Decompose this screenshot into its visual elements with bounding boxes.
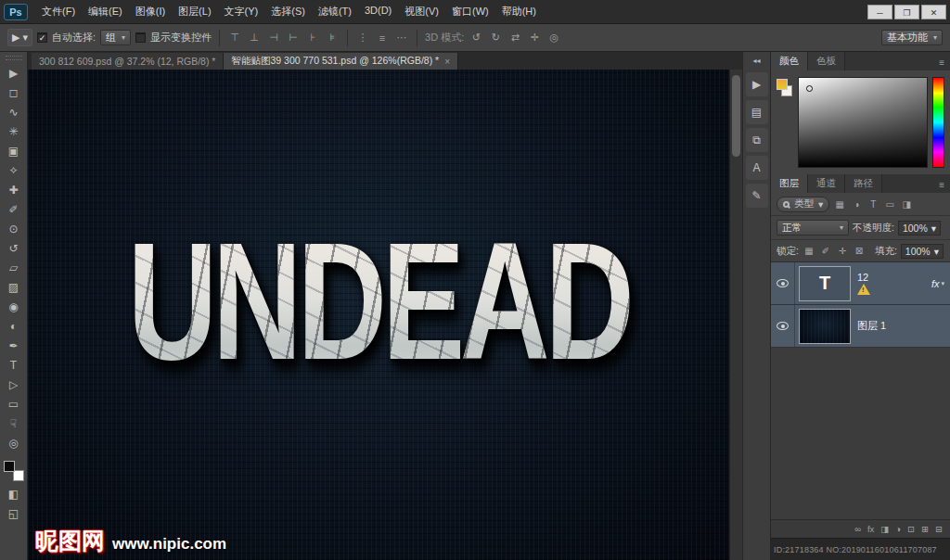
foreground-color-swatch[interactable] [4, 461, 15, 472]
tab-color[interactable]: 颜色 [771, 52, 808, 70]
menu-help[interactable]: 帮助(H) [495, 1, 543, 22]
lasso-tool[interactable]: ∿ [3, 103, 25, 122]
align-left-icon[interactable]: ⊤ [227, 32, 242, 44]
quick-selection-tool[interactable]: ✳ [3, 122, 25, 142]
menu-image[interactable]: 图像(I) [129, 1, 172, 22]
close-tab-icon[interactable]: × [444, 57, 450, 67]
3d-rotate-icon[interactable]: ↺ [469, 32, 483, 44]
3d-roll-icon[interactable]: ↻ [488, 32, 503, 44]
tab-paths[interactable]: 路径 [845, 174, 882, 193]
minimize-button[interactable]: ─ [867, 5, 892, 19]
crop-tool[interactable]: ▣ [3, 142, 25, 161]
auto-select-dropdown[interactable]: 组 ▾ [100, 30, 131, 45]
3d-scale-icon[interactable]: ◎ [546, 32, 561, 44]
maximize-button[interactable]: ❐ [894, 5, 919, 19]
layer-row-text[interactable]: T 12 ! fx ▾ [771, 262, 950, 305]
shape-tool[interactable]: ▭ [3, 395, 25, 414]
menu-file[interactable]: 文件(F) [35, 1, 82, 22]
eyedropper-tool[interactable]: ✧ [3, 161, 25, 181]
image-layer-thumbnail[interactable] [799, 309, 851, 344]
tab-channels[interactable]: 通道 [808, 174, 845, 193]
eraser-tool[interactable]: ▱ [3, 259, 25, 278]
lock-position-icon[interactable]: ✛ [836, 246, 849, 256]
brush-tool[interactable]: ✐ [3, 200, 25, 220]
align-center-v-icon[interactable]: ⊦ [305, 32, 320, 44]
menu-3d[interactable]: 3D(D) [358, 1, 398, 22]
toolbar-grip[interactable] [6, 56, 22, 60]
zoom-tool[interactable]: ◎ [3, 434, 25, 453]
active-tool-indicator[interactable]: ▶ ▾ [7, 29, 32, 46]
distribute-v-icon[interactable]: ⋮ [355, 32, 370, 44]
scrollbar-thumb[interactable] [732, 75, 740, 157]
quick-mask-button[interactable]: ◧ [3, 485, 25, 504]
panel-menu-icon[interactable]: ≡ [933, 177, 950, 193]
link-layers-icon[interactable]: ∞ [854, 524, 861, 534]
3d-pan-icon[interactable]: ⇄ [507, 32, 522, 44]
document-tab-1[interactable]: 300 812 609.psd @ 37.2% (12, RGB/8) * [32, 53, 224, 70]
document-tab-2[interactable]: 智能贴图39 300 770 531.psd @ 126%(RGB/8) * × [224, 53, 458, 70]
menu-layer[interactable]: 图层(L) [172, 1, 217, 22]
blend-mode-dropdown[interactable]: 正常 ▾ [777, 220, 849, 235]
pen-tool[interactable]: ✒ [3, 337, 25, 356]
canvas[interactable]: UNDEAD 昵图网 www.nipic.com [28, 70, 729, 560]
tab-swatches[interactable]: 色板 [808, 52, 845, 70]
align-top-icon[interactable]: ⊢ [286, 32, 301, 44]
menu-view[interactable]: 视图(V) [398, 1, 445, 22]
text-layer-thumbnail[interactable]: T [799, 266, 851, 301]
marquee-tool[interactable]: ◻ [3, 83, 25, 103]
layer-group-icon[interactable]: ⊡ [907, 524, 915, 534]
styles-panel-icon[interactable]: ✎ [746, 184, 768, 208]
tab-layers[interactable]: 图层 [771, 174, 808, 193]
blur-tool[interactable]: ◉ [3, 298, 25, 317]
menu-edit[interactable]: 编辑(E) [82, 1, 129, 22]
workspace-switcher[interactable]: 基本功能 ▾ [881, 30, 943, 45]
hue-slider[interactable] [932, 77, 944, 168]
gradient-tool[interactable]: ▨ [3, 278, 25, 298]
new-layer-icon[interactable]: ⊞ [921, 524, 929, 534]
auto-select-checkbox[interactable]: ✓ [37, 32, 47, 43]
filter-type-layers-icon[interactable]: T [867, 199, 879, 210]
character-panel-icon[interactable]: A [746, 156, 768, 180]
visibility-toggle[interactable] [771, 262, 795, 304]
expand-panels-icon[interactable]: ◂◂ [752, 54, 760, 69]
distribute-h-icon[interactable]: ≡ [375, 32, 390, 44]
foreground-color-chip[interactable] [777, 79, 788, 90]
filter-smart-object-icon[interactable]: ◨ [900, 199, 913, 210]
align-bottom-icon[interactable]: ⊧ [325, 32, 340, 44]
menu-type[interactable]: 文字(Y) [218, 1, 265, 22]
dodge-tool[interactable]: ◐ [3, 317, 25, 337]
menu-filter[interactable]: 滤镜(T) [312, 1, 358, 22]
type-tool[interactable]: T [3, 356, 25, 375]
hand-tool[interactable]: ☟ [3, 414, 25, 434]
layer-name[interactable]: 图层 1 [857, 319, 886, 333]
layer-filter-dropdown[interactable]: 类型 ▾ [777, 197, 829, 212]
actions-panel-icon[interactable]: ▶ [746, 72, 768, 96]
delete-layer-icon[interactable]: ⊟ [935, 524, 943, 534]
lock-all-icon[interactable]: ⊠ [853, 246, 866, 256]
align-center-h-icon[interactable]: ⊥ [247, 32, 262, 44]
filter-pixel-layers-icon[interactable]: ▦ [833, 199, 846, 210]
saturation-brightness-field[interactable] [798, 77, 928, 168]
opacity-value[interactable]: 100% ▾ [898, 221, 941, 235]
fill-value[interactable]: 100% ▾ [901, 244, 944, 259]
layer-row-background[interactable]: 图层 1 [771, 305, 950, 348]
move-tool[interactable]: ▶ [3, 64, 25, 83]
visibility-toggle[interactable] [771, 305, 795, 347]
show-transform-checkbox[interactable] [135, 32, 146, 43]
align-right-icon[interactable]: ⊣ [266, 32, 281, 44]
filter-shape-layers-icon[interactable]: ▭ [883, 199, 896, 210]
history-brush-tool[interactable]: ↺ [3, 239, 25, 259]
menu-select[interactable]: 选择(S) [264, 1, 312, 22]
layer-style-icon[interactable]: fx [867, 524, 874, 534]
vertical-scrollbar[interactable] [729, 70, 742, 560]
close-button[interactable]: ✕ [921, 5, 946, 19]
adjustment-layer-icon[interactable]: ◑ [895, 524, 901, 534]
filter-adjustment-layers-icon[interactable]: ◑ [850, 199, 863, 210]
lock-transparent-icon[interactable]: ▦ [802, 246, 815, 256]
screen-mode-button[interactable]: ◱ [3, 504, 25, 524]
healing-brush-tool[interactable]: ✚ [3, 181, 25, 200]
layer-mask-icon[interactable]: ◨ [880, 524, 889, 534]
color-field-cursor[interactable] [806, 85, 813, 92]
distribute-spacing-icon[interactable]: ⋯ [394, 32, 409, 44]
path-selection-tool[interactable]: ▷ [3, 375, 25, 395]
